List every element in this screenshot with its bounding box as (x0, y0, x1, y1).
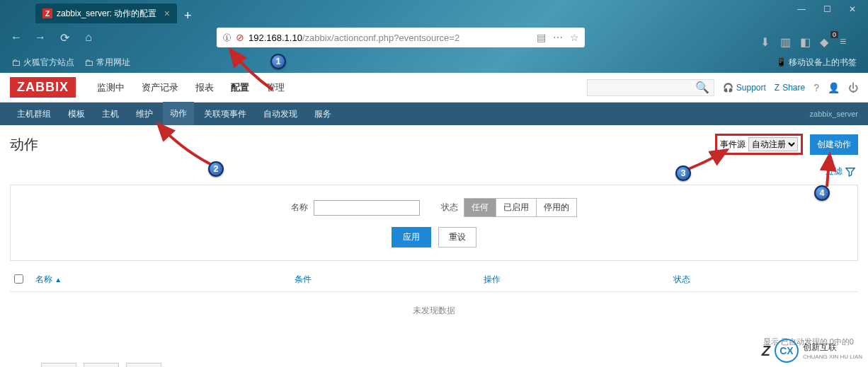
funnel-icon (845, 167, 855, 177)
search-icon: 🔍 (695, 81, 709, 94)
share-icon: Z (775, 83, 780, 93)
folder-icon: 🗀 (84, 57, 93, 68)
select-all-checkbox[interactable] (14, 274, 23, 284)
zabbix-header: ZABBIX 监测中 资产记录 报表 配置 管理 🔍 🎧Support ZSha… (0, 73, 868, 103)
bookmarks-bar: 🗀火狐官方站点 🗀常用网址 📱 移动设备上的书签 (0, 52, 868, 73)
filter-panel: 名称 状态 任何 已启用 停用的 应用 重设 (10, 185, 858, 261)
nav-reports[interactable]: 报表 (188, 77, 221, 98)
status-disabled[interactable]: 停用的 (537, 199, 576, 216)
zabbix-logo[interactable]: ZABBIX (10, 77, 76, 98)
win-close[interactable]: ✕ (843, 4, 862, 14)
status-any[interactable]: 任何 (464, 199, 496, 216)
main-nav: 监测中 资产记录 报表 配置 管理 (90, 77, 292, 98)
mobile-icon: 📱 (776, 57, 787, 67)
select-all-header[interactable] (10, 268, 31, 292)
forward-button[interactable]: → (31, 28, 50, 47)
ext-adblock-icon[interactable]: ◆0 (820, 35, 834, 49)
subnav-templates[interactable]: 模板 (61, 103, 92, 126)
bulk-disable-button[interactable]: 禁用 (84, 363, 119, 367)
subnav-hosts[interactable]: 主机 (95, 103, 126, 126)
sub-nav: 主机群组 模板 主机 维护 动作 关联项事件 自动发现 服务 zabbix_se… (0, 103, 868, 125)
tab-favicon: Z (42, 8, 52, 18)
window-controls: — ☐ ✕ (792, 4, 862, 14)
col-conditions[interactable]: 条件 (290, 268, 479, 292)
event-source-label: 事件源 (720, 139, 746, 151)
nav-configuration[interactable]: 配置 (224, 77, 256, 98)
subnav-services[interactable]: 服务 (307, 103, 338, 126)
create-action-button[interactable]: 创建动作 (810, 134, 858, 155)
global-search[interactable]: 🔍 (587, 79, 714, 96)
bookmark-common[interactable]: 🗀常用网址 (84, 57, 130, 69)
event-source-box: 事件源 自动注册 (715, 134, 803, 155)
browser-chrome: — ☐ ✕ Z zabbix_server: 动作的配置 × + ← → ⟳ ⌂… (0, 0, 868, 73)
more-icon[interactable]: ⋯ (553, 32, 563, 43)
tab-title: zabbix_server: 动作的配置 (57, 8, 156, 20)
filter-name-input[interactable] (314, 200, 420, 216)
star-icon[interactable]: ☆ (570, 32, 579, 43)
table-footer: 显示 已自动发现的 0中的0 (10, 330, 858, 354)
bulk-delete-button[interactable]: 删除 (126, 363, 161, 367)
bookmark-firefox[interactable]: 🗀火狐官方站点 (11, 57, 74, 69)
circle-logo: CX (775, 339, 799, 363)
col-name[interactable]: 名称 ▲ (31, 268, 290, 292)
filter-toggle[interactable]: 过滤 (826, 165, 855, 177)
sort-asc-icon: ▲ (55, 276, 62, 284)
filter-apply-button[interactable]: 应用 (392, 227, 431, 247)
filter-reset-button[interactable]: 重设 (438, 227, 476, 247)
ext-download-icon[interactable]: ⬇ (760, 35, 775, 49)
no-data-message: 未发现数据 (10, 292, 858, 330)
filter-name-label: 名称 (291, 202, 308, 214)
subnav-maintenance[interactable]: 维护 (129, 103, 160, 126)
z-symbol: Z (762, 343, 770, 359)
nav-administration[interactable]: 管理 (259, 77, 292, 98)
power-icon[interactable]: ⏻ (848, 82, 858, 93)
url-path: /zabbix/actionconf.php?eventsource=2 (302, 33, 459, 43)
nav-bar: ← → ⟳ ⌂ 🛈 ⊘ 192.168.1.10/zabbix/actionco… (0, 23, 868, 52)
mobile-bookmarks[interactable]: 📱 移动设备上的书签 (776, 57, 857, 69)
page-header: 动作 事件源 自动注册 创建动作 (0, 125, 868, 163)
shield-icon: 🛈 (222, 33, 232, 43)
nav-monitoring[interactable]: 监测中 (90, 77, 132, 98)
filter-status-label: 状态 (441, 202, 458, 214)
actions-table: 名称 ▲ 条件 操作 状态 未发现数据 显示 已自动发现的 0中的0 (10, 268, 858, 354)
qr-icon[interactable]: ▤ (537, 32, 546, 43)
share-link[interactable]: ZShare (775, 83, 805, 93)
ext-library-icon[interactable]: ▥ (780, 35, 794, 49)
nav-inventory[interactable]: 资产记录 (135, 77, 185, 98)
subnav-actions[interactable]: 动作 (163, 102, 194, 127)
subnav-hostgroups[interactable]: 主机群组 (10, 103, 58, 126)
status-segmented: 任何 已启用 停用的 (464, 198, 577, 217)
bulk-enable-button[interactable]: 启用 (41, 363, 76, 367)
url-host: 192.168.1.10 (249, 33, 302, 43)
server-name: zabbix_server (810, 110, 858, 118)
bottom-actions: 0 选择 启用 禁用 删除 (0, 354, 868, 367)
ext-menu-icon[interactable]: ≡ (840, 35, 854, 49)
page-title: 动作 (10, 135, 38, 154)
status-enabled[interactable]: 已启用 (496, 199, 537, 216)
win-max[interactable]: ☐ (817, 4, 837, 14)
callout-3: 3 (675, 165, 691, 181)
col-operations[interactable]: 操作 (479, 268, 668, 292)
event-source-select[interactable]: 自动注册 (748, 137, 798, 151)
browser-tab[interactable]: Z zabbix_server: 动作的配置 × (35, 4, 177, 23)
url-bar[interactable]: 🛈 ⊘ 192.168.1.10/zabbix/actionconf.php?e… (217, 28, 585, 47)
user-icon[interactable]: 👤 (828, 82, 840, 93)
home-button[interactable]: ⌂ (79, 28, 98, 47)
subnav-correlation[interactable]: 关联项事件 (197, 103, 253, 126)
corner-watermark: Z CX 创新互联CHUANG XIN HU LIAN (762, 339, 862, 363)
win-min[interactable]: — (792, 4, 811, 14)
reload-button[interactable]: ⟳ (55, 28, 74, 47)
tab-close-icon[interactable]: × (164, 8, 170, 19)
callout-2: 2 (208, 161, 224, 177)
subnav-discovery[interactable]: 自动发现 (256, 103, 304, 126)
ext-sidebar-icon[interactable]: ◧ (800, 35, 814, 49)
extensions: ⬇ ▥ ◧ ◆0 ≡ (760, 35, 854, 49)
tracking-block-icon: ⊘ (236, 32, 244, 43)
help-icon[interactable]: ? (813, 82, 819, 93)
headset-icon: 🎧 (723, 83, 733, 93)
tab-bar: Z zabbix_server: 动作的配置 × + (0, 0, 868, 23)
col-status[interactable]: 状态 (669, 268, 858, 292)
back-button[interactable]: ← (7, 28, 25, 47)
new-tab-button[interactable]: + (177, 8, 199, 23)
support-link[interactable]: 🎧Support (723, 83, 766, 93)
